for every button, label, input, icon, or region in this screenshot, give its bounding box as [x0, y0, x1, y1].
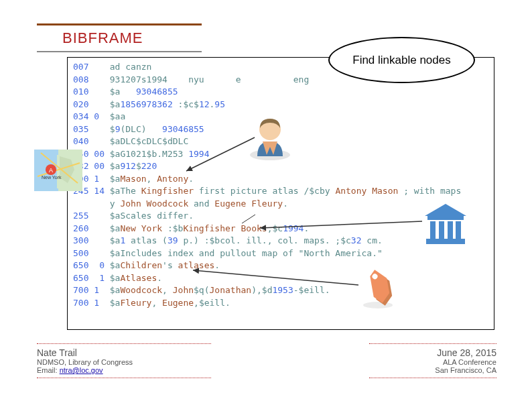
svg-rect-13: [439, 221, 444, 239]
marc-line: 100 1 $aMason, Antony.: [73, 173, 488, 186]
svg-rect-14: [448, 221, 453, 239]
svg-rect-11: [427, 216, 464, 220]
svg-text:New York: New York: [42, 175, 62, 180]
map-icon: A New York: [34, 150, 82, 194]
author-name: Nate Trail: [37, 347, 204, 358]
marc-line: 700 1 $aFleury, Eugene,$eill.: [73, 297, 488, 310]
building-icon: [421, 198, 470, 251]
svg-line-19: [260, 221, 422, 228]
slide-title: BIBFRAME: [62, 30, 143, 46]
svg-rect-15: [456, 221, 461, 239]
footer-date: June 28, 2015: [376, 347, 496, 358]
arrow-building: [255, 215, 429, 235]
svg-text:A: A: [49, 167, 53, 174]
author-org: NDMSO, Library of Congress: [37, 358, 204, 366]
arrow-tag: [188, 265, 365, 295]
email-link[interactable]: ntra@loc.gov: [60, 366, 103, 374]
footer-conference: ALA Conference: [376, 358, 496, 366]
footer-left: Nate Trail NDMSO, Library of Congress Em…: [37, 343, 211, 378]
marc-line: 245 14 $aThe Kingfisher first picture at…: [73, 185, 488, 198]
callout-text: Find linkable nodes: [352, 54, 450, 67]
svg-line-21: [242, 215, 255, 223]
svg-line-20: [193, 270, 358, 285]
marc-line: 010 $a 93046855: [73, 86, 488, 99]
footer-location: San Francisco, CA: [376, 366, 496, 374]
svg-point-16: [363, 302, 393, 308]
person-icon: [244, 109, 296, 164]
svg-rect-10: [426, 239, 465, 244]
svg-rect-12: [430, 221, 436, 239]
title-box: BIBFRAME: [37, 23, 202, 52]
tag-icon: [356, 268, 399, 314]
callout: Find linkable nodes: [328, 37, 475, 83]
footer-right: June 28, 2015 ALA Conference San Francis…: [369, 343, 496, 378]
arrow-small: [239, 211, 259, 226]
author-email: Email: ntra@loc.gov: [37, 366, 204, 374]
